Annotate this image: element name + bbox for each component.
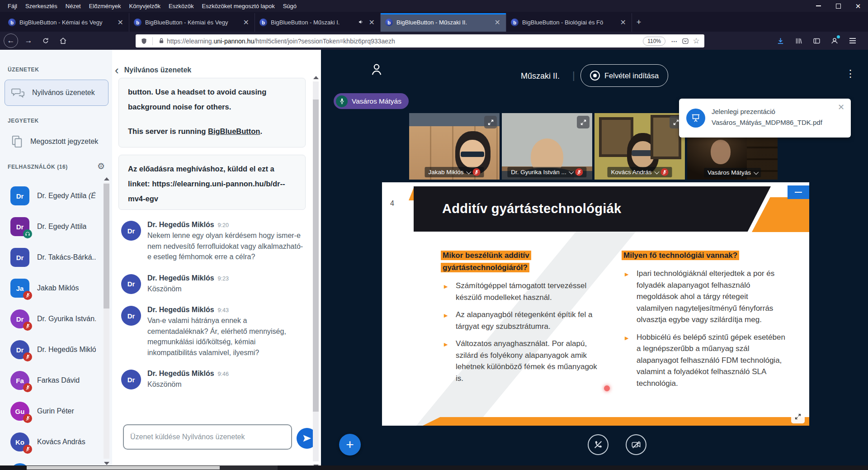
manage-users-gear-icon[interactable]: ⚙ [97,161,105,171]
slide-left-header: Mikor beszélünk additív gyártástechnológ… [441,251,531,272]
slide-column-right: Milyen fő technológiái vannak? Ipari tec… [622,249,785,395]
page-actions-icon[interactable]: ⋯ [669,38,680,45]
sidebar-item-shared-notes[interactable]: Megosztott jegyzetek [5,131,108,152]
new-tab-button[interactable]: + [632,13,646,32]
window-minimize-button[interactable] [808,0,828,12]
reload-button[interactable] [39,34,52,47]
home-button[interactable] [56,34,70,47]
options-kebab-icon[interactable]: ⋮ [845,68,855,80]
browser-tab-5[interactable]: b BigBlueButton - Biológiai és Fö ✕ [506,13,632,32]
menu-f-jl[interactable]: Fájl [4,2,21,10]
user-list-item-4[interactable]: Ja Jakab Miklós [0,273,112,304]
tab-close-icon[interactable]: ✕ [619,19,627,26]
window-close-button[interactable]: ✕ [848,0,868,12]
scroll-up-icon[interactable] [104,177,109,180]
user-list-item-2[interactable]: Dr Dr. Egedy Attila [0,211,112,242]
avatar: Dr [121,306,141,326]
minimize-presentation-button[interactable] [788,185,809,199]
user-list-item-7[interactable]: Fa Farkas Dávid [0,365,112,396]
user-list-item-8[interactable]: Gu Gurin Péter [0,396,112,427]
fullscreen-presentation-button[interactable] [791,410,805,423]
url-divider [152,37,153,45]
forward-button[interactable]: → [22,34,35,47]
menu-n-zet[interactable]: Nézet [61,2,85,10]
tab-close-icon[interactable]: ✕ [117,19,124,26]
bigbluebutton-link[interactable]: BigBlueButton [208,127,260,135]
webcam-fullscreen-button[interactable] [577,116,590,128]
userlist-scrollbar[interactable] [103,176,110,466]
chat-message-input[interactable] [123,424,292,450]
shield-icon[interactable] [138,38,149,45]
sidebars-button[interactable] [809,34,824,47]
menu-eszk-z-ket-megoszt-lapok[interactable]: Eszközöket megosztó lapok [198,2,279,10]
account-button[interactable] [827,34,842,47]
webcam-user-dropdown[interactable]: Kovács András [607,167,672,177]
webcam-fullscreen-button[interactable] [484,116,497,128]
start-recording-button[interactable]: Felvétel indítása [580,64,668,87]
menu-el-zm-nyek[interactable]: Előzmények [85,2,125,10]
talking-indicator[interactable]: Vasáros Mátyás [334,93,409,109]
microphone-icon [336,95,348,107]
menu-eszk-z-k[interactable]: Eszközök [165,2,198,10]
user-avatar-icon[interactable] [370,62,383,79]
user-list-item-6[interactable]: Dr Dr. Hegedűs Miklós [0,334,112,365]
muted-mic-badge-icon [23,322,32,331]
scroll-thumb[interactable] [104,184,109,309]
menu-k-nyvjelz-k[interactable]: Könyvjelzők [125,2,165,10]
talking-user-name: Vasáros Mátyás [352,97,401,105]
slide-bullet: Az alapanyagból rétegenként építik fel a… [441,309,598,332]
webcam-user-dropdown[interactable]: Jakab Miklós [425,167,484,177]
user-list-item-3[interactable]: Dr Dr. Takács-Bárká... [0,242,112,273]
tab-close-icon[interactable]: ✕ [368,19,376,26]
presentation-toast: Jelenlegi prezentáció Vasáros_Mátyás_MDP… [679,99,851,138]
user-list-item-1[interactable]: Dr Dr. Egedy Attila (Én) [0,180,112,211]
scroll-down-icon[interactable] [104,462,109,465]
zoom-level-button[interactable]: 110% [643,37,665,46]
webcam-tile-2: Dr. Gyurika István ... [502,113,592,180]
download-icon [777,37,784,45]
back-button[interactable]: ← [4,33,18,48]
chat-scrollbar[interactable] [312,75,320,469]
chat-back-chevron-icon[interactable]: ‹ [115,65,119,75]
avatar: Dr [10,186,29,205]
browser-tab-2[interactable]: b BigBlueButton - Kémiai és Vegy ✕ [129,13,255,32]
tab-close-icon[interactable]: ✕ [494,19,501,26]
browser-tab-4[interactable]: b BigBlueButton - Műszaki II. ✕ [381,13,506,32]
pocket-icon[interactable] [680,38,691,45]
url-bar[interactable]: https://elearning.uni-pannon.hu/html5cli… [136,34,704,47]
tab-audio-icon[interactable] [358,19,364,26]
main-menu-button[interactable] [845,34,860,47]
browser-tab-3[interactable]: b BigBlueButton - Műszaki I. ✕ [255,13,381,32]
sidebar-item-public-chat[interactable]: Nyilvános üzenetek [5,80,108,106]
menu-s-g-[interactable]: Súgó [279,2,301,10]
chevron-down-icon [466,169,471,174]
message-time: 9:20 [218,222,229,228]
muted-mic-badge-icon [23,352,32,361]
actions-plus-button[interactable]: + [339,434,361,456]
webcam-slash-icon [631,440,641,450]
scrollbar-thumb[interactable] [27,466,220,470]
window-restore-button[interactable] [828,0,848,12]
menu-szerkeszt-s[interactable]: Szerkesztés [21,2,61,10]
browser-tab-1[interactable]: b BigBlueButton - Kémiai és Vegy ✕ [4,13,129,32]
webcam-tile-3: Kovács András [594,113,685,180]
webcam-user-dropdown[interactable]: Dr. Gyurika István ... [507,167,586,177]
hamburger-icon [849,38,856,43]
lock-icon[interactable] [156,38,167,44]
scroll-thumb[interactable] [313,100,319,412]
chat-title: Nyilvános üzenetek [124,66,192,74]
page-horizontal-scrollbar[interactable] [0,465,868,470]
bookmark-star-icon[interactable]: ☆ [691,36,702,46]
downloads-button[interactable] [773,34,788,47]
toast-close-icon[interactable]: ✕ [838,102,844,112]
join-audio-button[interactable] [588,434,609,455]
webcam-user-dropdown[interactable]: Vasáros Mátyás [704,168,761,177]
user-list-item-5[interactable]: Dr Dr. Gyurika István... [0,304,112,334]
tab-close-icon[interactable]: ✕ [242,19,250,26]
user-list-item-10[interactable] [0,457,112,466]
share-webcam-button[interactable] [626,434,646,455]
library-button[interactable] [791,34,806,47]
user-list-item-9[interactable]: Ko Kovács András [0,427,112,457]
webcam-user-name: Dr. Gyurika István ... [511,169,566,176]
scroll-up-icon[interactable] [313,76,319,79]
